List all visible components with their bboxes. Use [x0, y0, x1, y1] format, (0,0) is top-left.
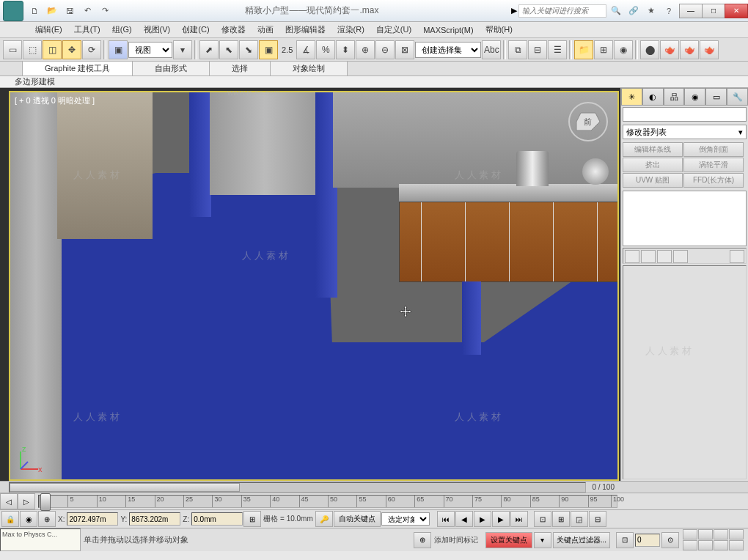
- use-center-button[interactable]: ▾: [173, 40, 192, 59]
- pan-button[interactable]: [683, 529, 697, 539]
- viewport-nav1-button[interactable]: ⊡: [534, 511, 551, 527]
- key-mode-button[interactable]: ⊡: [616, 532, 634, 548]
- create-tab[interactable]: ✳: [621, 88, 642, 106]
- menu-modifiers[interactable]: 修改器: [216, 23, 252, 37]
- mirror-button[interactable]: ⊖: [375, 40, 395, 59]
- grid-button[interactable]: ⊞: [243, 511, 261, 527]
- goto-start-button[interactable]: ⏮: [437, 511, 455, 527]
- time-slider-thumb[interactable]: [40, 493, 51, 511]
- mod-bevelprofile-button[interactable]: 倒角剖面: [683, 142, 744, 157]
- modifier-list-combo[interactable]: 修改器列表 ▾: [623, 125, 747, 139]
- autokey-button[interactable]: 自动关键点: [334, 511, 381, 527]
- selected-combo[interactable]: 选定对象: [381, 512, 430, 526]
- help-search-input[interactable]: [518, 4, 606, 18]
- select-move-button[interactable]: ✥: [62, 40, 81, 59]
- mod-editspline-button[interactable]: 编辑样条线: [623, 142, 683, 157]
- fov-button[interactable]: [714, 529, 728, 539]
- time-config-button[interactable]: ⊙: [661, 532, 679, 548]
- curve-editor-button[interactable]: 📁: [574, 40, 593, 59]
- binoculars-icon[interactable]: 🔍: [608, 3, 624, 19]
- mod-turbosmooth-button[interactable]: 涡轮平滑: [683, 158, 744, 172]
- utilities-tab[interactable]: 🔧: [727, 88, 748, 106]
- object-name-field[interactable]: [623, 107, 747, 122]
- undo-button[interactable]: ↶: [79, 3, 95, 19]
- menu-maxscript[interactable]: MAXScript(M): [417, 24, 479, 36]
- viewport-nav3-button[interactable]: ◲: [571, 511, 588, 527]
- show-end-button[interactable]: [641, 250, 656, 263]
- menu-group[interactable]: 组(G): [106, 23, 138, 37]
- orbit-button[interactable]: [698, 540, 713, 550]
- ribbon-tab-freeform[interactable]: 自由形式: [132, 61, 210, 75]
- select-scale-button[interactable]: ▣: [109, 40, 128, 59]
- modifier-stack[interactable]: [623, 191, 747, 246]
- next-frame-button[interactable]: ▶: [492, 511, 510, 527]
- rollout-area[interactable]: [623, 265, 747, 479]
- menu-create[interactable]: 创建(C): [176, 23, 215, 37]
- open-button[interactable]: 📂: [44, 3, 60, 19]
- select-window-button[interactable]: ◫: [43, 40, 62, 59]
- display-tab[interactable]: ▭: [705, 88, 727, 106]
- pin-stack-button[interactable]: [625, 250, 639, 263]
- app-icon[interactable]: [3, 1, 23, 21]
- maximize-vp-button[interactable]: [714, 540, 728, 550]
- menu-animation[interactable]: 动画: [252, 23, 279, 37]
- spinner-snap-button[interactable]: ⬍: [336, 40, 355, 59]
- maximize-button[interactable]: □: [702, 4, 725, 18]
- setkey-button[interactable]: 设置关键点: [485, 532, 532, 548]
- material-button[interactable]: ◉: [614, 40, 633, 59]
- lock-button[interactable]: 🔒: [1, 511, 19, 527]
- absolute-button[interactable]: ⊕: [38, 511, 56, 527]
- menu-grapheditors[interactable]: 图形编辑器: [279, 23, 331, 37]
- bind-button[interactable]: ⬊: [239, 40, 258, 59]
- zoom-button[interactable]: [698, 529, 713, 539]
- mod-uvwmap-button[interactable]: UVW 贴图: [623, 173, 683, 188]
- menu-edit[interactable]: 编辑(E): [29, 23, 68, 37]
- ribbon-tab-objectpaint[interactable]: 对象绘制: [270, 61, 348, 75]
- perspective-viewport[interactable]: [ + 0 透视 0 明暗处理 ]: [9, 91, 619, 481]
- align-button[interactable]: ⊠: [395, 40, 414, 59]
- modify-tab[interactable]: ◐: [642, 88, 664, 106]
- select-link-button[interactable]: ⬈: [199, 40, 219, 59]
- snap-toggle-button[interactable]: ▣: [259, 40, 278, 59]
- goto-end-button[interactable]: ⏭: [510, 511, 528, 527]
- viewport-label[interactable]: [ + 0 透视 0 明暗处理 ]: [15, 95, 95, 106]
- timeline-next-button[interactable]: ▷: [18, 493, 35, 509]
- select-object-button[interactable]: ▭: [3, 40, 22, 59]
- hscroll-thumb[interactable]: [10, 483, 240, 492]
- play-button[interactable]: ▶: [474, 511, 491, 527]
- prev-frame-button[interactable]: ◀: [455, 511, 473, 527]
- new-button[interactable]: 🗋: [26, 3, 43, 19]
- current-frame-field[interactable]: 0: [635, 534, 660, 547]
- viewport-nav4-button[interactable]: ⊟: [589, 511, 606, 527]
- rendered-frame-button[interactable]: 🫖: [660, 40, 679, 59]
- keyfilter-button[interactable]: 关键点过滤器...: [553, 532, 610, 548]
- zoom-ext-button[interactable]: [683, 540, 697, 550]
- menu-tools[interactable]: 工具(T): [68, 23, 106, 37]
- select-region-button[interactable]: ⬚: [23, 40, 42, 59]
- hscroll-track[interactable]: [9, 482, 586, 493]
- render-setup-button[interactable]: ⬤: [640, 40, 659, 59]
- viewport-nav2-button[interactable]: ⊞: [552, 511, 570, 527]
- menu-rendering[interactable]: 渲染(R): [331, 23, 370, 37]
- key-icon[interactable]: 🔑: [315, 511, 333, 527]
- angle-snap-button[interactable]: ∡: [296, 40, 315, 59]
- time-tag-button[interactable]: ⊕: [414, 532, 431, 548]
- link-icon[interactable]: 🔗: [626, 3, 642, 19]
- select-lock-button[interactable]: ◉: [20, 511, 37, 527]
- timeline-prev-button[interactable]: ◁: [0, 493, 18, 509]
- ribbon-tab-graphite[interactable]: Graphite 建模工具: [22, 61, 133, 75]
- save-button[interactable]: 🖫: [62, 3, 78, 19]
- viewcube-icon[interactable]: 前: [566, 100, 610, 144]
- zoom-all-button[interactable]: [729, 529, 744, 539]
- ref-coord-combo[interactable]: 视图: [128, 42, 172, 58]
- minimize-button[interactable]: —: [679, 4, 703, 18]
- menu-help[interactable]: 帮助(H): [480, 23, 518, 37]
- favorite-icon[interactable]: ★: [643, 3, 659, 19]
- menu-customize[interactable]: 自定义(U): [370, 23, 417, 37]
- configure-sets-button[interactable]: [730, 250, 744, 263]
- redo-button[interactable]: ↷: [97, 3, 113, 19]
- help-icon[interactable]: ?: [661, 3, 677, 19]
- render-prod-button[interactable]: 🫖: [700, 40, 719, 59]
- abc-button[interactable]: Abc: [482, 40, 501, 59]
- remove-mod-button[interactable]: [673, 250, 688, 263]
